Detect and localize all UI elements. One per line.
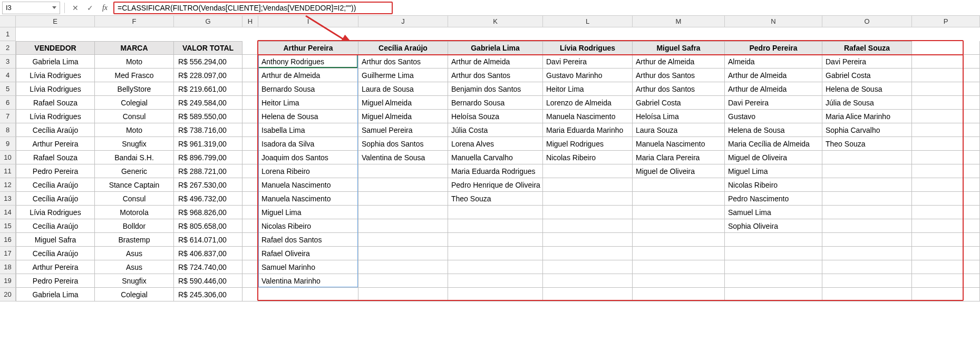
right-cell[interactable]: Davi Pereira [725,96,822,110]
left-cell[interactable]: Pedro Pereira [16,274,95,288]
row-header-13[interactable]: 13 [0,192,16,206]
cell[interactable] [242,219,258,233]
cell[interactable] [242,110,258,123]
right-cell[interactable]: Theo Souza [822,137,912,151]
right-cell[interactable] [358,206,448,219]
left-cell[interactable]: Med Frasco [95,69,174,82]
column-header-K[interactable]: K [448,16,543,27]
left-cell[interactable]: R$ 968.826,00 [174,206,242,219]
right-cell[interactable] [633,192,725,206]
row-header-17[interactable]: 17 [0,247,16,260]
left-cell[interactable]: R$ 219.661,00 [174,82,242,96]
row-header-15[interactable]: 15 [0,219,16,233]
column-header-E[interactable]: E [16,16,95,27]
left-cell[interactable]: Lívia Rodrigues [16,206,95,219]
left-cell[interactable]: Snugfix [95,274,174,288]
right-cell[interactable]: Heloísa Souza [448,110,543,123]
left-cell[interactable]: BellyStore [95,82,174,96]
right-cell[interactable]: Valentina Marinho [258,274,358,288]
left-cell[interactable]: Cecília Araújo [16,178,95,192]
cell-E1[interactable] [16,27,95,41]
cell[interactable] [242,55,258,69]
right-cell[interactable]: Manuela Nascimento [258,178,358,192]
right-cell[interactable]: Sophia dos Santos [358,137,448,151]
right-cell[interactable] [822,219,912,233]
right-cell[interactable]: Arthur dos Santos [358,55,448,69]
right-cell[interactable] [543,164,633,178]
cell-J1[interactable] [358,27,448,41]
cell[interactable] [912,274,980,288]
right-cell[interactable]: Maria Eduarda Marinho [543,123,633,137]
left-cell[interactable]: R$ 805.658,00 [174,219,242,233]
left-cell[interactable]: Consul [95,192,174,206]
right-header-6[interactable]: Rafael Souza [822,41,912,55]
right-cell[interactable]: Arthur de Almeida [725,69,822,82]
right-cell[interactable]: Miguel de Oliveira [725,151,822,164]
right-cell[interactable] [448,206,543,219]
right-cell[interactable]: Sophia Oliveira [725,219,822,233]
right-cell[interactable]: Helena de Sousa [822,82,912,96]
right-cell[interactable]: Almeida [725,55,822,69]
row-header-2[interactable]: 2 [0,41,16,55]
right-cell[interactable]: Gabriel Costa [633,96,725,110]
column-header-O[interactable]: O [822,16,912,27]
left-cell[interactable]: Gabriela Lima [16,288,95,301]
cancel-formula-button[interactable]: ✕ [69,2,82,14]
right-cell[interactable]: Pedro Henrique de Oliveira [448,178,543,192]
cell[interactable] [912,260,980,274]
left-cell[interactable]: Lívia Rodrigues [16,69,95,82]
left-cell[interactable]: Asus [95,260,174,274]
right-cell[interactable] [543,274,633,288]
name-box[interactable]: I3 [2,2,60,14]
right-cell[interactable] [822,260,912,274]
right-cell[interactable] [543,192,633,206]
left-cell[interactable]: R$ 496.732,00 [174,192,242,206]
right-cell[interactable] [358,288,448,301]
cell[interactable] [242,96,258,110]
right-cell[interactable] [543,288,633,301]
right-cell[interactable]: Lorenzo de Almeida [543,96,633,110]
left-cell[interactable]: R$ 556.294,00 [174,55,242,69]
right-cell[interactable] [633,288,725,301]
right-cell[interactable] [633,206,725,219]
right-header-5[interactable]: Pedro Pereira [725,41,822,55]
row-header-19[interactable]: 19 [0,274,16,288]
right-cell[interactable]: Lorena Ribeiro [258,164,358,178]
cell-M1[interactable] [633,27,725,41]
left-cell[interactable]: Miguel Safra [16,233,95,247]
right-cell[interactable]: Manuella Carvalho [448,151,543,164]
row-header-3[interactable]: 3 [0,55,16,69]
cell-H1[interactable] [242,27,258,41]
cell[interactable] [912,110,980,123]
left-cell[interactable]: Stance Captain [95,178,174,192]
right-cell[interactable]: Samuel Pereira [358,123,448,137]
cell-I1[interactable] [258,27,358,41]
right-cell[interactable] [448,274,543,288]
cell[interactable] [242,123,258,137]
row-header-12[interactable]: 12 [0,178,16,192]
right-cell[interactable]: Lorena Alves [448,137,543,151]
left-cell[interactable]: R$ 961.319,00 [174,137,242,151]
row-header-20[interactable]: 20 [0,288,16,301]
right-cell[interactable]: Miguel Rodrigues [543,137,633,151]
confirm-formula-button[interactable]: ✓ [84,2,96,14]
cell[interactable] [242,178,258,192]
right-cell[interactable]: Isadora da Silva [258,137,358,151]
right-cell[interactable] [725,233,822,247]
right-cell[interactable]: Bernardo Sousa [258,82,358,96]
cell[interactable] [912,288,980,301]
cell-L1[interactable] [543,27,633,41]
left-cell[interactable]: Bolldor [95,219,174,233]
right-cell[interactable] [543,233,633,247]
right-cell[interactable] [822,192,912,206]
right-cell[interactable] [633,260,725,274]
right-cell[interactable] [543,260,633,274]
cell[interactable] [242,151,258,164]
cell[interactable] [242,247,258,260]
right-cell[interactable] [633,274,725,288]
right-cell[interactable] [448,219,543,233]
right-cell[interactable]: Nicolas Ribeiro [258,219,358,233]
right-cell[interactable] [725,260,822,274]
right-cell[interactable] [358,178,448,192]
cell[interactable] [912,219,980,233]
